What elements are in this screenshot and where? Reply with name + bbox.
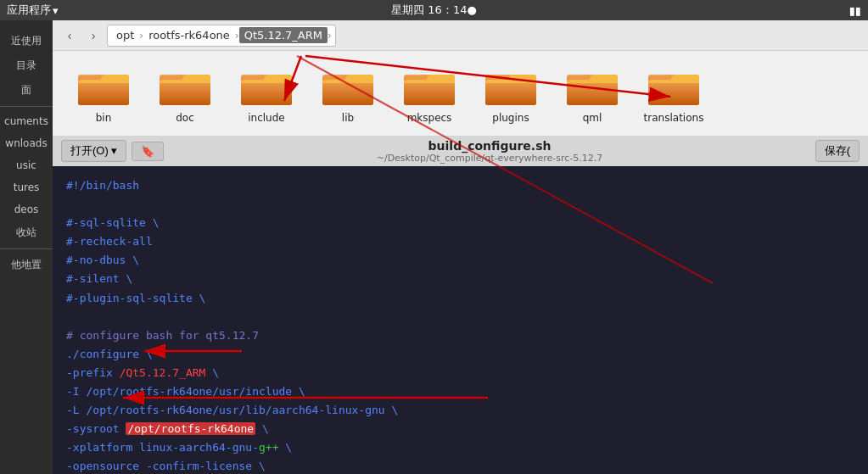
code-line-1: #!/bin/bash: [66, 176, 854, 195]
folder-bin[interactable]: bin: [70, 64, 137, 124]
svg-rect-3: [160, 80, 210, 105]
open-button[interactable]: 打开(O) ▾: [61, 140, 126, 162]
app-menu-label: 应用程序: [7, 3, 51, 18]
code-line-4: #-recheck-all: [66, 232, 854, 251]
sidebar-divider-2: [0, 248, 53, 249]
code-line-configure: ./configure \: [66, 345, 854, 364]
folder-mkspecs[interactable]: mkspecs: [395, 64, 463, 124]
nav-forward-button[interactable]: ›: [83, 25, 104, 46]
sidebar-item-music[interactable]: usic: [0, 154, 53, 176]
breadcrumb-rootfs[interactable]: rootfs-rk64one: [143, 27, 235, 43]
code-line-lib: -L /opt/rootfs-rk64one/usr/lib/aarch64-l…: [66, 401, 854, 420]
app-menu-arrow: ▾: [53, 4, 59, 17]
folder-doc[interactable]: doc: [151, 64, 219, 124]
sidebar-item-documents[interactable]: cuments: [0, 110, 53, 132]
app-menu-button[interactable]: 应用程序 ▾: [7, 3, 59, 18]
breadcrumb: opt › rootfs-rk64one › Qt5.12.7_ARM ›: [107, 25, 336, 47]
sidebar-item-pictures[interactable]: tures: [0, 176, 53, 198]
svg-rect-1: [78, 80, 129, 105]
folder-mkspecs-icon: [402, 64, 456, 109]
editor-toolbar: 打开(O) ▾ 🔖 build_configure.sh ~/Desktop/Q…: [53, 136, 868, 166]
code-line-include: -I /opt/rootfs-rk64one/usr/include \: [66, 382, 854, 401]
svg-rect-5: [241, 80, 292, 105]
folder-doc-icon: [158, 64, 212, 109]
folder-mkspecs-label: mkspecs: [407, 112, 452, 124]
system-bar-left: 应用程序 ▾: [7, 3, 59, 18]
folder-plugins-label: plugins: [492, 112, 529, 124]
editor-title-block: build_configure.sh ~/Desktop/Qt_compile/…: [164, 139, 815, 164]
folder-plugins-icon: [484, 64, 538, 109]
editor-content[interactable]: #!/bin/bash #-sql-sqlite \ #-recheck-all…: [53, 166, 868, 474]
folder-include-icon: [239, 64, 294, 109]
code-line-opensource: -opensource -confirm-license \: [66, 457, 854, 474]
editor-subtitle: ~/Desktop/Qt_compile/qt-everywhere-src-5…: [164, 153, 815, 164]
editor-panel: 打开(O) ▾ 🔖 build_configure.sh ~/Desktop/Q…: [53, 136, 868, 474]
editor-toolbar-left: 打开(O) ▾ 🔖: [61, 140, 164, 162]
sidebar-item-recent[interactable]: 近使用: [0, 29, 53, 53]
code-line-6: #-silent \: [66, 270, 854, 288]
svg-rect-9: [404, 80, 455, 105]
sidebar-item-downloads[interactable]: wnloads: [0, 132, 53, 154]
folder-translations[interactable]: translations: [640, 64, 708, 124]
sidebar-item-desktop[interactable]: 面: [0, 78, 53, 103]
folder-include-label: include: [248, 112, 284, 124]
folder-lib-icon: [321, 64, 375, 109]
bookmark-button[interactable]: 🔖: [132, 142, 164, 161]
power-icon: ▮▮: [849, 4, 861, 17]
fm-toolbar: ‹ › opt › rootfs-rk64one › Qt5.12.7_ARM …: [53, 20, 868, 51]
svg-rect-13: [567, 80, 618, 105]
breadcrumb-qt-arm[interactable]: Qt5.12.7_ARM: [239, 27, 328, 43]
folder-lib-label: lib: [342, 112, 354, 124]
code-line-sysroot: -sysroot /opt/rootfs-rk64one \: [66, 420, 854, 438]
folder-bin-icon: [76, 64, 131, 109]
folder-qml[interactable]: qml: [558, 64, 626, 124]
nav-back-button[interactable]: ‹: [59, 25, 80, 46]
breadcrumb-opt[interactable]: opt: [111, 27, 139, 43]
code-line-blank-2: [66, 308, 854, 326]
folder-plugins[interactable]: plugins: [477, 64, 545, 124]
folder-bin-label: bin: [96, 112, 112, 124]
sidebar-item-videos[interactable]: deos: [0, 198, 53, 220]
code-line-7: #-plugin-sql-sqlite \: [66, 289, 854, 308]
editor-title: build_configure.sh: [164, 139, 815, 153]
code-line-xplatform: -xplatform linux-aarch64-gnu-g++ \: [66, 438, 854, 457]
system-bar: 应用程序 ▾ 星期四 16：14● ▮▮: [0, 0, 868, 20]
breadcrumb-arrow: ›: [328, 30, 332, 42]
code-line-blank-1: [66, 195, 854, 214]
sidebar-item-trash[interactable]: 收站: [0, 220, 53, 245]
folder-doc-label: doc: [176, 112, 194, 124]
sidebar-item-home[interactable]: 目录: [0, 53, 53, 78]
folder-translations-icon: [647, 64, 701, 109]
system-time: 星期四 16：14●: [391, 3, 477, 18]
breadcrumb-sep-2: ›: [235, 30, 239, 42]
sidebar-divider-1: [0, 106, 53, 107]
code-line-comment: # configure bash for qt5.12.7: [66, 326, 854, 345]
svg-rect-11: [485, 80, 536, 105]
code-line-prefix: -prefix /Qt5.12.7_ARM \: [66, 364, 854, 382]
save-button[interactable]: 保存(: [815, 140, 860, 162]
svg-rect-15: [648, 80, 699, 105]
folder-qml-icon: [565, 64, 619, 109]
sidebar-item-other[interactable]: 他地置: [0, 253, 53, 277]
folder-lib[interactable]: lib: [314, 64, 382, 124]
system-bar-right: ▮▮: [849, 4, 861, 17]
folder-qml-label: qml: [583, 112, 602, 124]
folder-include[interactable]: include: [232, 64, 300, 124]
code-line-5: #-no-dbus \: [66, 251, 854, 270]
sidebar: 近使用 目录 面 cuments wnloads usic tures deos…: [0, 20, 53, 474]
folder-translations-label: translations: [644, 112, 704, 124]
code-line-3: #-sql-sqlite \: [66, 214, 854, 232]
svg-rect-7: [322, 80, 373, 105]
